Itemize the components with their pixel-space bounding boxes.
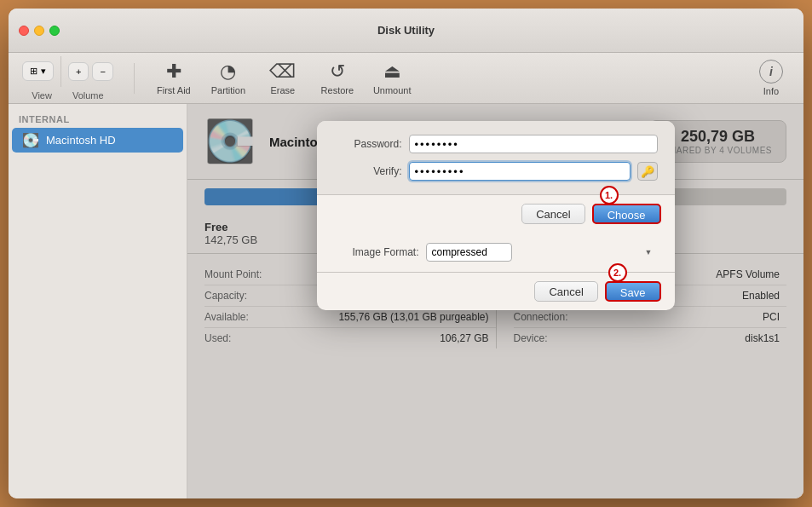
format-select-wrapper: compressed read-only read/write DVD/CD m… xyxy=(426,243,658,262)
window-title: Disk Utility xyxy=(377,24,435,37)
save-buttons-container: Cancel Save 2. xyxy=(317,273,675,310)
minimize-button[interactable] xyxy=(34,26,44,36)
unmount-label: Unmount xyxy=(373,85,412,95)
verify-label: Verify: xyxy=(334,165,402,177)
view-label: View xyxy=(32,90,52,101)
disk-icon: 💽 xyxy=(22,132,39,148)
detail-area: 💽 Macintosh HD 250,79 GB SHARED BY 4 VOL… xyxy=(187,104,803,498)
toolbar-separator xyxy=(134,63,135,94)
unmount-button[interactable]: ⏏ Unmount xyxy=(373,60,412,95)
password-section: Password: Verify: 🔑 xyxy=(317,121,675,195)
step1-annotation: 1. xyxy=(600,186,619,205)
info-icon: i xyxy=(759,60,783,84)
traffic-lights xyxy=(19,26,60,36)
minus-icon: − xyxy=(100,66,105,77)
save-button[interactable]: Save xyxy=(605,281,661,302)
unmount-icon: ⏏ xyxy=(383,60,401,83)
sidebar-item-macintosh-hd[interactable]: 💽 Macintosh HD xyxy=(12,128,183,153)
save-cancel-button[interactable]: Cancel xyxy=(534,281,597,302)
password-buttons-container: Cancel Choose 1. xyxy=(317,195,675,233)
main-window: Disk Utility ⊞ ▾ + − View Volume xyxy=(9,9,803,498)
add-volume-button[interactable]: + xyxy=(68,62,89,81)
view-toggle-button[interactable]: ⊞ ▾ xyxy=(22,61,54,81)
grid-icon: ⊞ xyxy=(30,66,37,77)
save-dialog: Password: Verify: 🔑 Cancel xyxy=(317,121,675,310)
info-button[interactable]: i Info xyxy=(752,60,790,96)
restore-button[interactable]: ↺ Restore xyxy=(319,60,356,95)
partition-label: Partition xyxy=(211,85,245,95)
first-aid-button[interactable]: ✚ First Aid xyxy=(155,60,193,95)
first-aid-label: First Aid xyxy=(157,85,191,95)
partition-icon: ◔ xyxy=(220,60,236,83)
choose-button[interactable]: Choose xyxy=(592,204,661,224)
first-aid-icon: ✚ xyxy=(166,60,181,83)
maximize-button[interactable] xyxy=(49,26,60,36)
password-input[interactable] xyxy=(409,135,658,153)
dialog-backdrop: Password: Verify: 🔑 Cancel xyxy=(187,104,803,498)
remove-volume-button[interactable]: − xyxy=(92,62,112,81)
key-button[interactable]: 🔑 xyxy=(637,162,658,181)
sidebar-item-label: Macintosh HD xyxy=(46,134,116,147)
erase-icon: ⌫ xyxy=(269,60,296,83)
restore-label: Restore xyxy=(321,85,354,95)
password-label: Password: xyxy=(334,138,402,150)
password-dialog-buttons: Cancel Choose xyxy=(317,195,675,233)
verify-input[interactable] xyxy=(409,162,631,181)
view-volume-group: ⊞ ▾ + − View Volume xyxy=(22,56,113,101)
erase-label: Erase xyxy=(271,85,296,95)
sidebar: Internal 💽 Macintosh HD xyxy=(9,104,187,498)
info-label: Info xyxy=(763,86,779,96)
password-row: Password: xyxy=(334,135,658,153)
format-row: Image Format: compressed read-only read/… xyxy=(334,243,658,262)
step2-annotation: 2. xyxy=(608,263,627,282)
password-cancel-button[interactable]: Cancel xyxy=(521,204,585,224)
close-button[interactable] xyxy=(19,26,29,36)
plus-icon: + xyxy=(76,66,81,77)
main-content: Internal 💽 Macintosh HD 💽 Macintosh HD 2… xyxy=(9,104,803,498)
erase-button[interactable]: ⌫ Erase xyxy=(264,60,302,95)
image-format-label: Image Format: xyxy=(334,246,419,258)
toolbar: ⊞ ▾ + − View Volume ✚ First Aid xyxy=(9,53,803,104)
separator xyxy=(60,56,61,87)
partition-button[interactable]: ◔ Partition xyxy=(210,60,247,95)
sidebar-section-internal: Internal xyxy=(9,111,187,128)
image-format-select[interactable]: compressed read-only read/write DVD/CD m… xyxy=(426,243,512,262)
verify-row: Verify: 🔑 xyxy=(334,162,658,181)
restore-icon: ↺ xyxy=(330,60,345,83)
volume-label: Volume xyxy=(72,90,104,101)
titlebar: Disk Utility xyxy=(9,9,803,53)
chevron-down-icon: ▾ xyxy=(41,66,46,77)
